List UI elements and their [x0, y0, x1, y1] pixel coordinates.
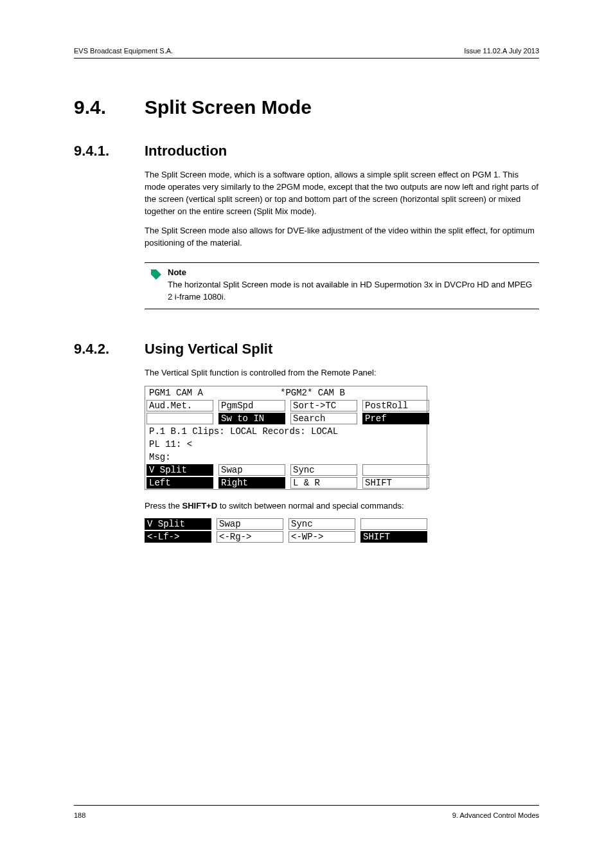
sort-tc-button[interactable]: Sort->TC [290, 400, 357, 411]
sync-button-2[interactable]: Sync [289, 518, 355, 530]
search-button[interactable]: Search [290, 413, 357, 424]
panel-row-3: V Split Swap Sync [145, 464, 427, 476]
rg-button[interactable]: <-Rg-> [217, 531, 283, 543]
intro-paragraph-2: The Split Screen mode also allows for DV… [145, 225, 539, 249]
intro-paragraph-1: The Split Screen mode, which is a softwa… [145, 169, 539, 217]
sw-to-in-button[interactable]: Sw to IN [218, 413, 285, 424]
pgm1-label: PGM1 CAM A [148, 388, 279, 398]
panel-line-header: PGM1 CAM A *PGM2* CAM B [145, 386, 427, 399]
shift-label: SHIFT [362, 477, 429, 489]
clips-records-line: P.1 B.1 Clips: LOCAL Records: LOCAL [145, 425, 427, 438]
v-split-button[interactable]: V Split [147, 464, 213, 476]
shift-d-post: to switch between normal and special com… [217, 501, 404, 511]
pl-text: PL 11: < [148, 439, 193, 449]
clips-records-text: P.1 B.1 Clips: LOCAL Records: LOCAL [148, 426, 339, 437]
msg-line: Msg: [145, 451, 427, 464]
sync-button[interactable]: Sync [290, 464, 357, 476]
pref-button[interactable]: Pref [362, 413, 429, 424]
lr-button[interactable]: L & R [290, 477, 357, 489]
heading-9-4-1: 9.4.1. Introduction [74, 143, 539, 159]
heading-title: Split Screen Mode [145, 96, 312, 118]
empty-cell-2[interactable] [362, 464, 429, 476]
vertical-split-intro: The Vertical Split function is controlle… [145, 367, 539, 379]
shift-button[interactable]: SHIFT [360, 531, 427, 543]
subheading-number: 9.4.2. [74, 341, 145, 357]
header-left: EVS Broadcast Equipment S.A. [74, 47, 173, 55]
subheading-title: Using Vertical Split [145, 341, 272, 357]
footer-rule [74, 805, 539, 806]
empty-cell-3[interactable] [360, 518, 427, 530]
page: EVS Broadcast Equipment S.A. Issue 11.02… [0, 0, 613, 868]
aud-met-button[interactable]: Aud.Met. [147, 400, 213, 411]
note-title: Note [168, 267, 539, 279]
heading-number: 9.4. [74, 96, 145, 118]
header-right: Issue 11.02.A July 2013 [464, 47, 539, 55]
heading-9-4-2: 9.4.2. Using Vertical Split [74, 341, 539, 357]
shift-d-bold: SHIFT+D [182, 501, 218, 511]
note-inner: Note The horizontal Split Screen mode is… [145, 263, 539, 309]
strip-row-2: <-Lf-> <-Rg-> <-WP-> SHIFT [145, 530, 427, 543]
panel-row-1: Aud.Met. PgmSpd Sort->TC PostRoll [145, 399, 427, 412]
subheading-title: Introduction [145, 143, 227, 159]
strip-row-1: V Split Swap Sync [145, 518, 427, 530]
pl-line: PL 11: < [145, 438, 427, 451]
left-button[interactable]: Left [147, 477, 213, 489]
section-label: 9. Advanced Control Modes [452, 811, 539, 819]
msg-text: Msg: [148, 452, 172, 462]
v-split-button-2[interactable]: V Split [145, 518, 211, 530]
swap-button[interactable]: Swap [218, 464, 285, 476]
postroll-button[interactable]: PostRoll [362, 400, 429, 411]
note-rule-bottom [145, 309, 539, 309]
header-rule [74, 58, 539, 59]
subheading-number: 9.4.1. [74, 143, 145, 159]
swap-button-2[interactable]: Swap [217, 518, 283, 530]
remote-panel-display: PGM1 CAM A *PGM2* CAM B Aud.Met. PgmSpd … [145, 386, 427, 490]
panel-row-4: Left Right L & R SHIFT [145, 476, 427, 489]
special-commands-strip: V Split Swap Sync <-Lf-> <-Rg-> <-WP-> S… [145, 518, 427, 543]
wp-button[interactable]: <-WP-> [289, 531, 355, 543]
pgmspd-button[interactable]: PgmSpd [218, 400, 285, 411]
lf-button[interactable]: <-Lf-> [145, 531, 211, 543]
note-block: Note The horizontal Split Screen mode is… [145, 262, 539, 309]
panel-row-2: Sw to IN Search Pref [145, 412, 427, 425]
note-body: The horizontal Split Screen mode is not … [168, 279, 539, 303]
page-number: 188 [74, 811, 85, 819]
heading-9-4: 9.4. Split Screen Mode [74, 96, 539, 118]
shift-d-pre: Press the [145, 501, 182, 511]
note-text: Note The horizontal Split Screen mode is… [168, 267, 539, 303]
tag-icon [145, 267, 168, 303]
shift-d-instruction: Press the SHIFT+D to switch between norm… [145, 500, 539, 512]
empty-cell[interactable] [147, 413, 213, 424]
right-button[interactable]: Right [218, 477, 285, 489]
pgm2-label: *PGM2* CAM B [279, 388, 346, 398]
